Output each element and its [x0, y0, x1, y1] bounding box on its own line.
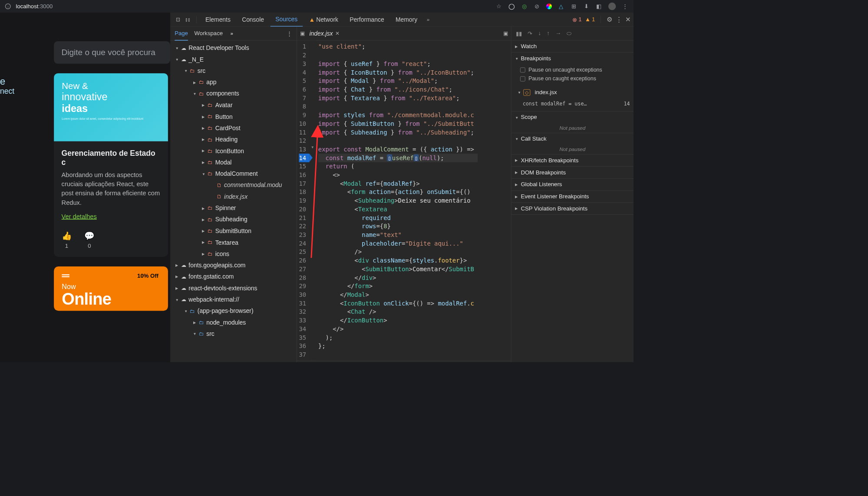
section-event-bp[interactable]: ▶Event Listener Breakpoints [511, 191, 634, 202]
card-hero-image: New & innovativeideas Lorem ipsum dolor … [54, 73, 168, 141]
tree-item[interactable]: ▶☁fonts.googleapis.com [170, 259, 297, 271]
extension-icon[interactable] [546, 3, 552, 9]
folder-icon: 🗀 [199, 89, 204, 99]
tree-item[interactable]: ▶🗀Heading [170, 134, 297, 145]
nav-more-icon[interactable]: » [231, 30, 234, 36]
file-tree[interactable]: ▼☁React Developer Tools▼☁_N_E▼🗀src▶🗀app▼… [170, 40, 297, 362]
code-content[interactable]: "use client"; import { useRef } from "re… [316, 40, 478, 361]
tree-item[interactable]: ▶🗀Modal [170, 157, 297, 168]
fold-gutter[interactable]: ▼ [309, 40, 316, 361]
tree-item[interactable]: ▶🗀Avatar [170, 100, 297, 111]
search-input[interactable]: Digite o que você procura [54, 41, 170, 64]
url-display[interactable]: localhost:3000 [16, 3, 53, 10]
close-icon[interactable]: ✕ [625, 16, 630, 23]
step-into-icon[interactable]: ↓ [538, 30, 541, 36]
warning-count[interactable]: ▲ 1 [585, 16, 595, 23]
section-dom-bp[interactable]: ▶DOM Breakpoints [511, 167, 634, 178]
toggle-nav-icon[interactable]: ▣ [300, 30, 305, 36]
tab-performance[interactable]: Performance [345, 13, 389, 26]
tab-elements[interactable]: Elements [200, 13, 235, 26]
nav-menu-icon[interactable]: ⋮ [287, 30, 292, 37]
step-out-icon[interactable]: ↑ [547, 30, 550, 36]
thumb-up-icon[interactable]: 👍 [62, 231, 72, 241]
source-editor: ▣ index.jsx ✕ ▣ 123456789101112131415161… [297, 26, 511, 362]
extension-icon[interactable]: △ [558, 3, 564, 10]
tree-item[interactable]: ▶🗀Spinner [170, 203, 297, 214]
tree-item[interactable]: ▶🗀CardPost [170, 122, 297, 134]
tree-item[interactable]: ▶☁react-devtools-extensions [170, 282, 297, 294]
tree-item[interactable]: ▼☁_N_E [170, 54, 297, 65]
tree-item[interactable]: ▼🗀(app-pages-browser) [170, 305, 297, 317]
folder-icon: 🗀 [208, 123, 213, 133]
section-callstack[interactable]: ▼Call Stack [511, 133, 634, 145]
extension-icon[interactable]: ◎ [521, 3, 528, 10]
tree-item[interactable]: ▼🗀src [170, 328, 297, 340]
download-icon[interactable]: ⬇ [583, 3, 590, 10]
avatar-icon[interactable] [608, 3, 616, 10]
menu-icon[interactable]: ⋮ [622, 3, 629, 10]
more-tabs-icon[interactable]: » [424, 15, 432, 24]
section-global-listeners[interactable]: ▶Global Listeners [511, 179, 634, 191]
pause-caught-checkbox[interactable]: Pause on caught exceptions [520, 75, 630, 83]
tree-item[interactable]: ▼☁webpack-internal:// [170, 294, 297, 305]
section-scope[interactable]: ▼Scope [511, 112, 634, 123]
extension-icon[interactable]: ⊘ [534, 3, 541, 10]
tree-item-label: _N_E [188, 54, 204, 65]
tab-network[interactable]: ▲Network [304, 13, 343, 26]
deactivate-bp-icon[interactable]: ⬭ [567, 30, 571, 36]
tree-item[interactable]: ▶🗀Textarea [170, 237, 297, 248]
star-icon[interactable]: ☆ [495, 3, 502, 10]
comment-icon[interactable]: 💬 [84, 231, 94, 241]
cloud-icon: ☁ [181, 283, 186, 293]
tab-memory[interactable]: Memory [390, 13, 422, 26]
breakpoint-file-group[interactable]: ▼◇index.jsx [511, 86, 634, 98]
settings-icon[interactable]: ⚙ [607, 16, 612, 23]
promo-card: 10% Off Now Online [54, 266, 168, 311]
section-xhr-bp[interactable]: ▶XHR/fetch Breakpoints [511, 154, 634, 166]
step-icon[interactable]: → [555, 30, 561, 36]
tree-item[interactable]: 🗋commentmodal.modu [170, 180, 297, 191]
pause-uncaught-checkbox[interactable]: Pause on uncaught exceptions [520, 66, 630, 74]
line-gutter[interactable]: 1234567891011121314151617181920212223242… [297, 40, 309, 361]
nav-tab-page[interactable]: Page [175, 27, 188, 40]
device-toggle-icon[interactable]: ⫿⫿ [184, 15, 192, 24]
pause-icon[interactable]: ▮▮ [516, 30, 522, 37]
section-csp-bp[interactable]: ▶CSP Violation Breakpoints [511, 203, 634, 214]
tree-item[interactable]: ▶🗀icons [170, 248, 297, 259]
tree-item[interactable]: ▶🗀app [170, 77, 297, 88]
tree-item[interactable]: ▶🗀node_modules [170, 317, 297, 328]
tree-item[interactable]: ▶🗀SubmitButton [170, 225, 297, 237]
tree-item[interactable]: ▼🗀ModalComment [170, 168, 297, 180]
tree-item-label: src [198, 66, 205, 77]
error-count[interactable]: ⊗ 1 [572, 16, 581, 23]
inspect-icon[interactable]: ⊡ [173, 15, 182, 24]
site-info-icon[interactable]: i [5, 3, 11, 9]
cloud-icon: ☁ [181, 272, 186, 282]
nav-tab-workspace[interactable]: Workspace [195, 27, 223, 40]
tree-item[interactable]: ▶🗀Subheading [170, 214, 297, 225]
section-breakpoints[interactable]: ▼Breakpoints [511, 53, 634, 64]
extensions-icon[interactable]: ⊞ [570, 3, 577, 10]
tree-item[interactable]: ▼☁React Developer Tools [170, 43, 297, 54]
extension-icon[interactable]: ◯ [508, 3, 515, 10]
tree-item[interactable]: ▶☁fonts.gstatic.com [170, 271, 297, 282]
panel-icon[interactable]: ◧ [596, 3, 603, 10]
tree-item[interactable]: ▶🗀IconButton [170, 145, 297, 157]
tree-item[interactable]: ▼🗀components [170, 88, 297, 99]
step-over-icon[interactable]: ↷ [528, 30, 532, 37]
tab-sources[interactable]: Sources [271, 13, 303, 26]
kebab-menu-icon[interactable]: ⋮ [616, 16, 622, 23]
toggle-debugger-icon[interactable]: ▣ [503, 30, 508, 36]
tree-item[interactable]: ▼🗀src [170, 66, 297, 77]
editor-tab[interactable]: index.jsx [309, 30, 333, 37]
breakpoint-entry[interactable]: const modalRef = use…14 [520, 99, 630, 108]
tree-item-label: webpack-internal:// [188, 294, 239, 305]
tree-item[interactable]: 🗋index.jsx [170, 191, 297, 202]
tab-console[interactable]: Console [237, 13, 269, 26]
card-details-link[interactable]: Ver detalhes [62, 213, 97, 220]
close-tab-icon[interactable]: ✕ [335, 30, 339, 36]
tree-item-label: Avatar [215, 100, 233, 111]
tree-item[interactable]: ▶🗀Button [170, 111, 297, 122]
section-watch[interactable]: ▶Watch [511, 40, 634, 52]
file-icon: 🗋 [217, 192, 222, 201]
